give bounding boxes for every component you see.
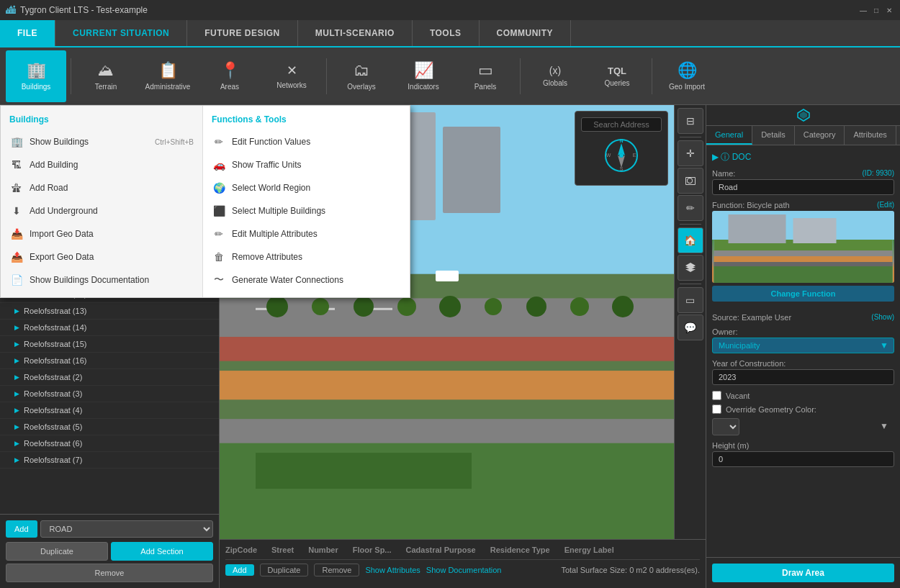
svg-point-16: [312, 298, 329, 315]
road-type-select[interactable]: ROAD: [40, 520, 213, 538]
queries-label: Queries: [604, 79, 629, 87]
map-duplicate-button[interactable]: Duplicate: [260, 564, 309, 576]
add-section-button[interactable]: Add Section: [111, 542, 213, 561]
areas-icon: 📍: [220, 61, 240, 80]
list-item[interactable]: ▶ Roelofsstraat (7): [0, 452, 219, 469]
camera-tool-button[interactable]: [678, 168, 703, 194]
toolbar-geo-import[interactable]: 🌐 Geo Import: [657, 50, 717, 102]
buildings-section-title: Buildings: [1, 112, 202, 130]
add-building-item[interactable]: 🏗 Add Building: [1, 153, 202, 176]
home-tool-button[interactable]: 🏠: [678, 227, 703, 253]
main-toolbar: 🏢 Buildings ⛰ Terrain 📋 Administrative 📍…: [0, 48, 900, 105]
toolbar-terrain[interactable]: ⛰ Terrain: [76, 50, 136, 102]
list-item[interactable]: ▶ Roelofsstraat (4): [0, 402, 219, 419]
maximize-button[interactable]: □: [871, 5, 881, 15]
generate-water-connections-item[interactable]: 〜 Generate Water Connections: [203, 268, 410, 291]
select-multiple-label: Select Multiple Buildings: [232, 206, 325, 216]
list-item[interactable]: ▶ Roelofsstraat (5): [0, 419, 219, 435]
export-geo-data-item[interactable]: 📤 Export Geo Data: [1, 245, 202, 268]
title-bar: 🏙 Tygron Client LTS - Test-example — □ ✕: [0, 0, 900, 20]
owner-select[interactable]: Municipality: [712, 338, 894, 353]
functions-section-title: Functions & Tools: [203, 112, 410, 130]
color-select[interactable]: [712, 418, 739, 435]
tab-file[interactable]: FILE: [0, 20, 55, 46]
list-item[interactable]: ▶ Roelofsstraat (13): [0, 303, 219, 320]
toolbar-overlays[interactable]: 🗂 Overlays: [331, 50, 392, 102]
map-remove-button[interactable]: Remove: [314, 564, 359, 576]
list-item[interactable]: ▶ Roelofsstraat (15): [0, 336, 219, 353]
list-item[interactable]: ▶ Roelofsstraat (3): [0, 386, 219, 402]
panel-tab-details[interactable]: Details: [752, 126, 795, 145]
list-item[interactable]: ▶ Roelofsstraat (6): [0, 435, 219, 452]
tab-multi-scenario[interactable]: MULTI-SCENARIO: [298, 20, 413, 46]
name-id-link[interactable]: (ID: 9930): [863, 169, 894, 178]
add-underground-item[interactable]: ⬇ Add Underground: [1, 199, 202, 222]
import-geo-label: Import Geo Data: [30, 229, 94, 239]
list-item[interactable]: ▶ Roelofsstraat (14): [0, 320, 219, 336]
remove-button[interactable]: Remove: [6, 564, 213, 582]
terrain-icon: ⛰: [98, 61, 114, 80]
select-world-region-item[interactable]: 🌍 Select World Region: [203, 176, 410, 199]
draw-area-button[interactable]: Draw Area: [712, 564, 894, 582]
filter-map-button[interactable]: ⊟: [678, 108, 703, 134]
edit-multiple-attributes-item[interactable]: ✏ Edit Multiple Attributes: [203, 222, 410, 245]
panel-tab-attributes[interactable]: Attributes: [845, 126, 896, 145]
remove-attributes-item[interactable]: 🗑 Remove Attributes: [203, 245, 410, 268]
list-item[interactable]: ▶ Roelofsstraat (16): [0, 353, 219, 369]
select-multiple-buildings-item[interactable]: ⬛ Select Multiple Buildings: [203, 199, 410, 222]
edit-tool-button[interactable]: ✏: [678, 195, 703, 221]
layers-tool-button[interactable]: [678, 255, 703, 281]
pan-tool-button[interactable]: ✛: [678, 140, 703, 166]
function-edit-link[interactable]: (Edit): [877, 201, 894, 209]
panel-tab-category[interactable]: Category: [795, 126, 845, 145]
tab-tools[interactable]: TOOLS: [413, 20, 480, 46]
duplicate-button[interactable]: Duplicate: [6, 542, 108, 561]
edit-function-values-item[interactable]: ✏ Edit Function Values: [203, 130, 410, 153]
vacant-checkbox[interactable]: [712, 391, 721, 400]
list-item-label: Roelofsstraat (3): [24, 389, 82, 398]
change-function-button[interactable]: Change Function: [712, 286, 894, 302]
panel-tool-button[interactable]: ▭: [678, 287, 703, 313]
toolbar-areas[interactable]: 📍 Areas: [199, 50, 260, 102]
add-button[interactable]: Add: [6, 520, 37, 538]
svg-point-18: [397, 297, 416, 316]
panel-tab-general[interactable]: General: [706, 126, 752, 145]
name-input[interactable]: [712, 179, 894, 195]
svg-point-23: [612, 296, 634, 317]
svg-rect-40: [793, 218, 837, 243]
toolbar-networks[interactable]: ✕ Networks: [261, 50, 322, 102]
list-item[interactable]: ▶ Roelofsstraat (2): [0, 369, 219, 386]
water-connections-icon: 〜: [212, 273, 226, 287]
show-documentation-button[interactable]: Show Documentation: [426, 566, 502, 574]
toolbar-globals[interactable]: (x) Globals: [525, 50, 585, 102]
buildings-icon: 🏢: [27, 61, 46, 80]
add-road-item[interactable]: 🛣 Add Road: [1, 176, 202, 199]
toolbar-administrative[interactable]: 📋 Administrative: [138, 50, 198, 102]
show-traffic-item[interactable]: 🚗 Show Traffic Units: [203, 153, 410, 176]
chat-tool-button[interactable]: 💬: [678, 315, 703, 340]
svg-point-19: [439, 296, 461, 317]
override-color-checkbox[interactable]: [712, 404, 721, 414]
close-button[interactable]: ✕: [884, 5, 894, 15]
toolbar-panels[interactable]: ▭ Panels: [455, 50, 516, 102]
tab-future-design[interactable]: FUTURE DESIGN: [187, 20, 298, 46]
queries-icon: TQL: [608, 65, 626, 76]
tab-current-situation[interactable]: CURRENT SITUATION: [55, 20, 187, 46]
year-input[interactable]: [712, 369, 894, 385]
panel-doc-link[interactable]: ▶ ⓘ DOC: [712, 151, 894, 163]
import-geo-data-item[interactable]: 📥 Import Geo Data: [1, 222, 202, 245]
toolbar-buildings[interactable]: 🏢 Buildings: [6, 50, 66, 102]
minimize-button[interactable]: —: [858, 5, 868, 15]
toolbar-indicators[interactable]: 📈 Indicators: [393, 50, 454, 102]
height-input[interactable]: [712, 451, 894, 467]
show-buildings-item[interactable]: 🏢 Show Buildings Ctrl+Shift+B: [1, 130, 202, 153]
map-add-button[interactable]: Add: [225, 564, 254, 576]
tab-community[interactable]: COMMUNITY: [480, 20, 572, 46]
toolbar-queries[interactable]: TQL Queries: [587, 50, 647, 102]
search-address-input[interactable]: [581, 117, 662, 132]
show-buildings-docs-item[interactable]: 📄 Show Buildings Documentation: [1, 268, 202, 291]
show-attributes-button[interactable]: Show Attributes: [365, 566, 420, 574]
chevron-right-icon: ▶: [14, 456, 19, 463]
sidebar-bottom: Add ROAD Duplicate Add Section Remove: [0, 514, 219, 588]
source-show-link[interactable]: (Show): [871, 313, 894, 322]
